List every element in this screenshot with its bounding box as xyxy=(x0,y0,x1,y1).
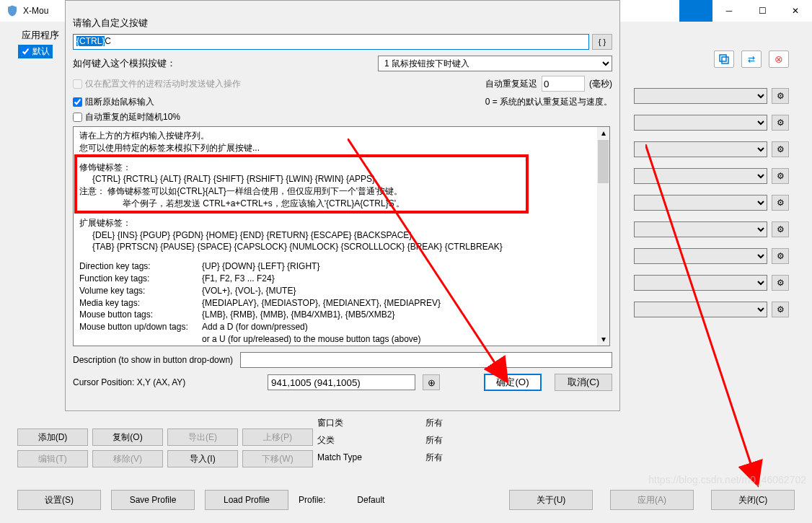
gear-button-5[interactable]: ⚙ xyxy=(772,195,789,211)
match-info: 窗口类所有 父类所有 Match Type所有 xyxy=(317,414,443,466)
gear-button-4[interactable]: ⚙ xyxy=(772,168,789,184)
window-buttons: ─ ☐ ✕ xyxy=(679,0,812,22)
action-select-2[interactable] xyxy=(634,115,767,131)
insert-tag-button[interactable]: { } xyxy=(592,34,612,50)
gear-button-2[interactable]: ⚙ xyxy=(772,115,789,131)
system-delay-text: 0 = 系统的默认重复延迟与速度。 xyxy=(485,96,612,108)
how-label: 如何键入这个模拟按键： xyxy=(73,57,176,70)
shield-icon xyxy=(6,4,19,17)
export-button[interactable]: 导出(E) xyxy=(167,428,238,446)
svg-rect-0 xyxy=(720,55,726,61)
remove-button[interactable]: 移除(V) xyxy=(92,450,163,467)
gear-button-8[interactable]: ⚙ xyxy=(772,275,789,291)
action-select-3[interactable] xyxy=(634,141,767,157)
help-scrollbar[interactable]: ▴▾ xyxy=(597,127,609,346)
edit-button[interactable]: 编辑(T) xyxy=(17,450,88,467)
description-input[interactable] xyxy=(240,352,612,368)
ok-button[interactable]: 确定(O) xyxy=(484,374,542,391)
save-profile-button[interactable]: Save Profile xyxy=(111,490,195,510)
action-select-4[interactable] xyxy=(634,168,767,184)
close-window-button[interactable]: ✕ xyxy=(779,0,812,22)
default-checkbox-input[interactable] xyxy=(21,47,30,56)
block-input-checkbox[interactable]: 阻断原始鼠标输入 xyxy=(73,96,154,108)
key-sequence-input[interactable]: {CTRL}C xyxy=(73,34,589,50)
copy-button[interactable]: 复制(O) xyxy=(92,428,163,446)
gear-button-6[interactable]: ⚙ xyxy=(772,221,789,237)
movedown-button[interactable]: 下移(W) xyxy=(242,450,313,467)
maximize-button[interactable]: ☐ xyxy=(746,0,779,22)
apply-button[interactable]: 应用(A) xyxy=(610,490,694,510)
close-button[interactable]: 关闭(C) xyxy=(711,490,795,510)
add-button[interactable]: 添加(D) xyxy=(17,428,88,446)
action-select-5[interactable] xyxy=(634,195,767,211)
auto-repeat-label: 自动重复延迟 xyxy=(485,78,537,90)
settings-button[interactable]: 设置(S) xyxy=(17,490,101,510)
right-action-panel: ⇄ ⊗ ⚙ ⚙ ⚙ ⚙ ⚙ ⚙ ⚙ ⚙ ⚙ xyxy=(634,50,789,328)
default-profile-checkbox[interactable]: 默认 xyxy=(18,45,53,58)
gear-button-9[interactable]: ⚙ xyxy=(772,302,789,317)
swap-button[interactable]: ⇄ xyxy=(741,50,762,68)
tab-applications[interactable]: 应用程序 xyxy=(22,29,59,42)
profile-label: Profile: xyxy=(299,495,325,505)
cursor-position-label: Cursor Position: X,Y (AX, AY) xyxy=(73,377,260,387)
bg-window-title: X-Mou xyxy=(23,6,48,16)
random-delay-checkbox[interactable]: 自动重复的延时随机10% xyxy=(73,111,180,123)
copy-layer-button[interactable] xyxy=(714,50,734,68)
minimize-button[interactable]: ─ xyxy=(712,0,746,22)
svg-rect-1 xyxy=(722,57,728,63)
crosshair-button[interactable]: ⊕ xyxy=(423,374,440,390)
custom-key-dialog: 请输入自定义按键 {CTRL}C { } 如何键入这个模拟按键： 1 鼠标按钮按… xyxy=(65,0,620,411)
gear-button-1[interactable]: ⚙ xyxy=(772,88,789,104)
how-select[interactable]: 1 鼠标按钮按下时键入 xyxy=(378,56,612,71)
delete-button[interactable]: ⊗ xyxy=(769,50,789,68)
gear-button-3[interactable]: ⚙ xyxy=(772,141,789,157)
gear-button-7[interactable]: ⚙ xyxy=(772,248,789,264)
moveup-button[interactable]: 上移(P) xyxy=(242,428,313,446)
titlebar-spacer xyxy=(679,0,712,22)
action-select-1[interactable] xyxy=(634,88,767,104)
ms-label: (毫秒) xyxy=(589,78,612,90)
footer: 设置(S) Save Profile Load Profile Profile:… xyxy=(17,490,795,510)
auto-repeat-input[interactable] xyxy=(542,76,585,92)
action-select-7[interactable] xyxy=(634,248,767,264)
import-button[interactable]: 导入(I) xyxy=(167,450,238,467)
app-button-grid: 添加(D) 复制(O) 导出(E) 上移(P) 编辑(T) 移除(V) 导入(I… xyxy=(17,428,313,467)
only-process-checkbox[interactable]: 仅在配置文件的进程活动时发送键入操作 xyxy=(73,78,241,90)
about-button[interactable]: 关于(U) xyxy=(509,490,593,510)
action-select-9[interactable] xyxy=(634,302,767,317)
cancel-button[interactable]: 取消(C) xyxy=(555,374,612,391)
help-textarea: 请在上方的方框内输入按键序列。 您可以使用特定的标签来模拟下列的扩展按键... … xyxy=(73,126,610,346)
cursor-position-input[interactable] xyxy=(268,374,415,390)
load-profile-button[interactable]: Load Profile xyxy=(205,490,288,510)
profile-value: Default xyxy=(357,495,384,505)
action-select-6[interactable] xyxy=(634,221,767,237)
dialog-title: 请输入自定义按键 xyxy=(73,17,612,30)
description-label: Description (to show in button drop-down… xyxy=(73,355,233,365)
action-select-8[interactable] xyxy=(634,275,767,291)
watermark: https://blog.csdn.net/m0_46062702 xyxy=(648,474,806,485)
